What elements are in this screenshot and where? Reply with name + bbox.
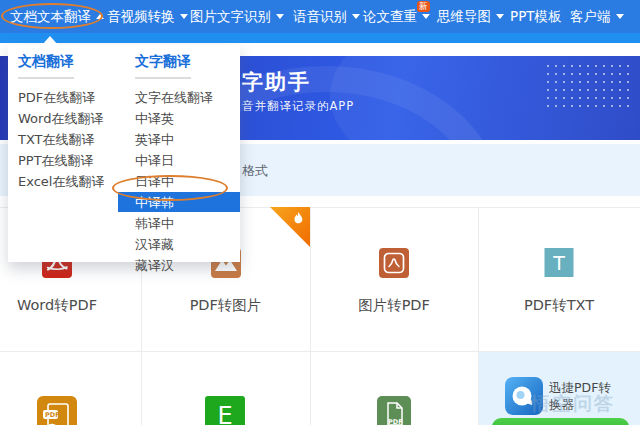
card-label: PDF转图片 — [141, 296, 310, 315]
app-download-button[interactable] — [492, 418, 629, 425]
chevron-down-icon — [352, 14, 360, 19]
excel-icon: E — [205, 396, 245, 425]
menu-item-zh-to-ko-selected[interactable]: 中译韩 — [135, 192, 240, 213]
pdf-book-icon: PDF — [37, 396, 77, 425]
dropdown-column-title: 文档翻译 — [18, 53, 128, 71]
chevron-down-icon — [616, 14, 624, 19]
menu-item-zh-to-en[interactable]: 中译英 — [135, 108, 240, 129]
nav-item-doc-text-translate[interactable]: 文档文本翻译 — [10, 0, 104, 33]
hot-flame-badge — [270, 207, 310, 247]
title-underline — [135, 77, 191, 79]
nav-bottom-edge — [0, 33, 640, 43]
dropdown-caret — [42, 36, 58, 45]
card-label: PDF转TXT — [478, 296, 640, 315]
menu-item-bo-to-zh[interactable]: 藏译汉 — [135, 255, 240, 276]
banner-title: 字助手 — [242, 68, 311, 96]
menu-item-ja-to-zh[interactable]: 日译中 — [135, 171, 240, 192]
pdf-to-txt-icon: T — [545, 248, 574, 277]
nav-item-audio-video-convert[interactable]: 音视频转换 — [107, 0, 188, 33]
menu-item-word-online[interactable]: Word在线翻译 — [18, 108, 128, 129]
nav-item-ppt-template[interactable]: PPT模板 — [510, 0, 562, 33]
banner-subtitle: 音并翻译记录的APP — [242, 99, 354, 114]
menu-item-zh-to-bo[interactable]: 汉译藏 — [135, 234, 240, 255]
banner-dot-pattern — [544, 62, 632, 108]
card-image-to-pdf[interactable]: 图片转PDF — [310, 207, 478, 351]
nav-item-speech-recognition[interactable]: 语音识别 — [293, 0, 360, 33]
card-pdf-doc[interactable]: PDF — [377, 351, 411, 425]
card-excel[interactable]: E — [205, 351, 245, 425]
menu-item-en-to-zh[interactable]: 英译中 — [135, 129, 240, 150]
menu-item-excel-online[interactable]: Excel在线翻译 — [18, 171, 128, 192]
menu-item-ppt-online[interactable]: PPT在线翻译 — [18, 150, 128, 171]
new-badge: 新 — [417, 1, 430, 12]
translation-dropdown-menu: 文档翻译 PDF在线翻译 Word在线翻译 TXT在线翻译 PPT在线翻译 Ex… — [8, 45, 240, 262]
image-to-pdf-icon — [379, 248, 409, 282]
card-pdf-to-txt[interactable]: T PDF转TXT — [478, 207, 640, 351]
dropdown-column-text: 文字翻译 文字在线翻译 中译英 英译中 中译日 日译中 中译韩 韩译中 汉译藏 … — [135, 53, 240, 276]
chevron-up-icon — [96, 14, 104, 19]
title-underline — [18, 77, 74, 79]
chevron-down-icon — [276, 14, 284, 19]
menu-item-pdf-online[interactable]: PDF在线翻译 — [18, 87, 128, 108]
menu-item-zh-to-ja[interactable]: 中译日 — [135, 150, 240, 171]
flame-icon — [291, 211, 306, 225]
app-promo-card[interactable]: 迅捷PDF转 换器 — [479, 352, 640, 425]
xunjie-app-icon — [505, 377, 543, 419]
page: 字助手 音并翻译记录的APP 格式 Word转PDF PDF转图片 — [0, 0, 640, 425]
card-label: 图片转PDF — [310, 296, 478, 315]
section-label: 格式 — [242, 162, 268, 180]
menu-item-text-online[interactable]: 文字在线翻译 — [135, 87, 240, 108]
nav-item-image-ocr[interactable]: 图片文字识别 — [190, 0, 284, 33]
menu-item-txt-online[interactable]: TXT在线翻译 — [18, 129, 128, 150]
nav-item-client[interactable]: 客户端 — [570, 0, 624, 33]
chevron-down-icon — [180, 14, 188, 19]
pdf-doc-icon: PDF — [377, 396, 411, 425]
app-name-line1: 迅捷PDF转 — [549, 380, 611, 397]
menu-item-ko-to-zh[interactable]: 韩译中 — [135, 213, 240, 234]
app-name-line2: 换器 — [549, 397, 574, 414]
chevron-down-icon — [422, 14, 430, 19]
nav-item-mind-map[interactable]: 思维导图 — [437, 0, 504, 33]
card-label: Word转PDF — [0, 296, 141, 315]
dropdown-column-title: 文字翻译 — [135, 53, 240, 71]
card-pdf-book[interactable]: PDF — [37, 351, 77, 425]
chevron-down-icon — [496, 14, 504, 19]
dropdown-column-document: 文档翻译 PDF在线翻译 Word在线翻译 TXT在线翻译 PPT在线翻译 Ex… — [18, 53, 128, 192]
